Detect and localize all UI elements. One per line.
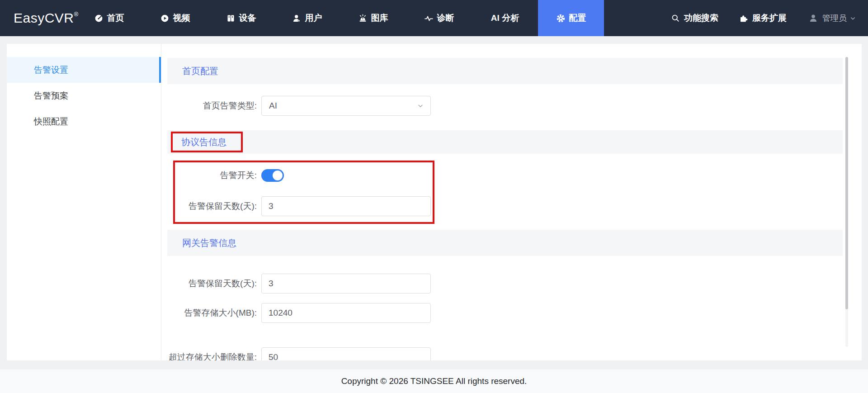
- top-navbar: EasyCVR® 首页 视频 设备 用户: [0, 0, 868, 36]
- search-icon: [671, 14, 680, 23]
- nav-item-home[interactable]: 首页: [76, 0, 142, 36]
- annotation-box-form: 告警开关: 告警保留天数(天):: [173, 161, 434, 224]
- settings-sidebar: 告警设置 告警预案 快照配置: [7, 44, 161, 360]
- annotation-box-title: 协议告信息: [171, 132, 243, 152]
- nav-item-video[interactable]: 视频: [142, 0, 208, 36]
- field-label: 超过存储大小删除数量:: [167, 351, 257, 360]
- nav-item-device[interactable]: 设备: [208, 0, 274, 36]
- dashboard-icon: [94, 14, 104, 23]
- select-value: AI: [269, 101, 417, 111]
- protocol-retention-days-input[interactable]: [261, 196, 431, 216]
- nav-item-gallery[interactable]: 图库: [340, 0, 406, 36]
- home-alarm-type-row: 首页告警类型: AI: [167, 96, 843, 116]
- settings-card: 告警设置 告警预案 快照配置 首页配置 首页告警类型: AI 协议告信息: [7, 44, 862, 360]
- gateway-delete-count-input[interactable]: [261, 347, 431, 360]
- field-label: 首页告警类型:: [167, 100, 257, 112]
- nav-item-label: 用户: [305, 12, 322, 24]
- navbar-right: 功能搜索 服务扩展 管理员: [650, 0, 868, 36]
- brand-name: EasyCVR: [14, 10, 74, 26]
- section-title: 首页配置: [182, 65, 218, 77]
- sidebar-item-label: 告警设置: [34, 65, 68, 75]
- alarm-switch-toggle[interactable]: [261, 169, 284, 182]
- nav-item-label: 图库: [371, 12, 388, 24]
- sidebar-item-label: 告警预案: [34, 91, 68, 100]
- nav-item-label: 配置: [569, 12, 586, 24]
- nav-item-diagnosis[interactable]: 诊断: [406, 0, 472, 36]
- alarm-beacon-icon: [358, 14, 368, 23]
- gateway-storage-size-row: 告警存储大小(MB):: [167, 303, 843, 323]
- nav-link-label: 功能搜索: [684, 12, 718, 24]
- plugin-icon: [739, 14, 748, 23]
- copyright-text: Copyright © 2026 TSINGSEE All rights res…: [341, 376, 527, 386]
- device-icon: [226, 14, 236, 23]
- gateway-delete-count-row: 超过存储大小删除数量:: [167, 347, 843, 360]
- section-header-home-config: 首页配置: [167, 58, 843, 84]
- user-name: 管理员: [822, 13, 847, 24]
- gateway-retention-days-row: 告警保留天数(天):: [167, 274, 843, 294]
- sidebar-item-alarm-plan[interactable]: 告警预案: [7, 83, 161, 109]
- nav-menu: 首页 视频 设备 用户 图库: [76, 0, 604, 36]
- nav-item-ai-analysis[interactable]: AI 分析: [472, 0, 538, 36]
- nav-item-label: 诊断: [437, 12, 454, 24]
- nav-item-label: 首页: [107, 12, 124, 24]
- section-title: 协议告信息: [181, 136, 226, 148]
- sidebar-item-label: 快照配置: [34, 117, 68, 126]
- registered-mark: ®: [74, 11, 79, 18]
- service-extension-link[interactable]: 服务扩展: [739, 12, 787, 24]
- field-label: 告警保留天数(天):: [167, 278, 257, 289]
- footer: Copyright © 2026 TSINGSEE All rights res…: [0, 369, 868, 393]
- nav-item-label: 设备: [239, 12, 256, 24]
- gateway-storage-size-input[interactable]: [261, 303, 431, 323]
- scrollbar-thumb[interactable]: [845, 57, 848, 309]
- field-label: 告警保留天数(天):: [175, 200, 257, 212]
- nav-link-label: 服务扩展: [752, 12, 787, 24]
- function-search-link[interactable]: 功能搜索: [671, 12, 718, 24]
- scrollbar-track[interactable]: [845, 57, 848, 347]
- gateway-retention-days-input[interactable]: [261, 274, 431, 294]
- toggle-knob: [273, 170, 283, 180]
- settings-content: 首页配置 首页告警类型: AI 协议告信息 告警开关:: [161, 44, 862, 360]
- nav-item-config[interactable]: 配置: [538, 0, 604, 36]
- section-header-protocol-alarm: 协议告信息: [167, 130, 843, 154]
- chevron-down-icon: [417, 102, 424, 109]
- nav-item-label: 视频: [173, 12, 190, 24]
- pulse-icon: [424, 14, 434, 23]
- home-alarm-type-select[interactable]: AI: [261, 96, 431, 116]
- nav-item-user[interactable]: 用户: [274, 0, 340, 36]
- field-label: 告警存储大小(MB):: [167, 307, 257, 319]
- sidebar-item-alarm-settings[interactable]: 告警设置: [7, 57, 161, 83]
- chevron-down-icon: [849, 15, 856, 22]
- protocol-retention-days-row: 告警保留天数(天):: [175, 196, 433, 216]
- video-icon: [160, 14, 170, 23]
- nav-item-label: AI 分析: [491, 12, 519, 24]
- user-menu[interactable]: 管理员: [808, 13, 856, 24]
- alarm-switch-row: 告警开关:: [175, 169, 433, 182]
- field-label: 告警开关:: [175, 170, 257, 181]
- user-icon: [292, 14, 302, 23]
- sidebar-item-snapshot-config[interactable]: 快照配置: [7, 109, 161, 134]
- avatar-icon: [808, 13, 818, 23]
- section-title: 网关告警信息: [182, 237, 236, 249]
- gear-icon: [556, 14, 566, 23]
- brand-logo[interactable]: EasyCVR®: [0, 0, 76, 36]
- section-header-gateway-alarm: 网关告警信息: [167, 230, 843, 256]
